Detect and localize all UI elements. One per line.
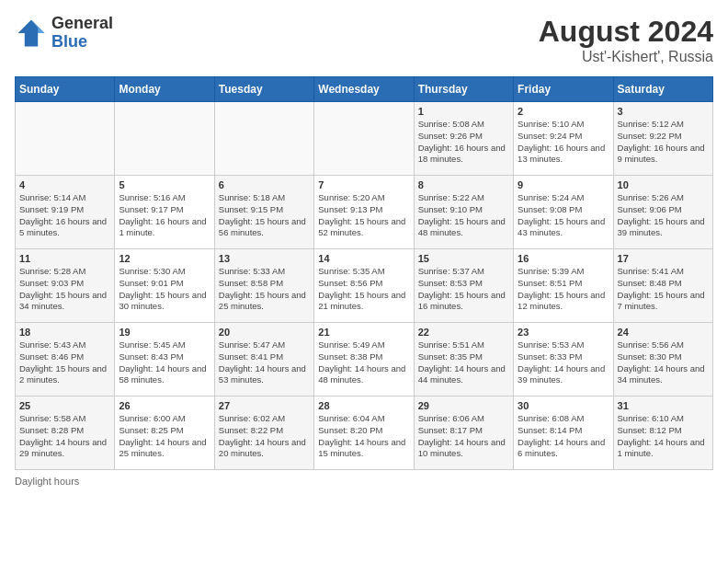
logo-text: General Blue [51, 15, 113, 52]
day-info: Sunrise: 5:08 AM Sunset: 9:26 PM Dayligh… [418, 119, 509, 166]
calendar-cell: 8Sunrise: 5:22 AM Sunset: 9:10 PM Daylig… [414, 176, 513, 249]
calendar-cell: 23Sunrise: 5:53 AM Sunset: 8:33 PM Dayli… [514, 323, 613, 396]
day-info: Sunrise: 5:43 AM Sunset: 8:46 PM Dayligh… [19, 339, 110, 386]
day-info: Sunrise: 5:22 AM Sunset: 9:10 PM Dayligh… [418, 192, 509, 239]
calendar-cell: 14Sunrise: 5:35 AM Sunset: 8:56 PM Dayli… [314, 249, 414, 323]
day-info: Sunrise: 5:47 AM Sunset: 8:41 PM Dayligh… [219, 339, 310, 386]
day-number: 16 [518, 253, 609, 264]
logo-blue: Blue [51, 33, 113, 52]
day-number: 26 [119, 400, 210, 411]
day-number: 11 [19, 253, 110, 264]
calendar-cell: 19Sunrise: 5:45 AM Sunset: 8:43 PM Dayli… [115, 323, 214, 396]
logo: General Blue [15, 15, 113, 52]
day-info: Sunrise: 5:12 AM Sunset: 9:22 PM Dayligh… [618, 119, 709, 166]
weekday-header-tuesday: Tuesday [214, 77, 313, 102]
calendar-cell: 11Sunrise: 5:28 AM Sunset: 9:03 PM Dayli… [16, 249, 115, 323]
day-number: 17 [618, 253, 709, 264]
day-number: 14 [318, 253, 409, 264]
day-number: 27 [219, 400, 310, 411]
calendar-cell: 9Sunrise: 5:24 AM Sunset: 9:08 PM Daylig… [514, 176, 613, 249]
day-info: Sunrise: 6:00 AM Sunset: 8:25 PM Dayligh… [119, 413, 210, 460]
calendar-cell: 3Sunrise: 5:12 AM Sunset: 9:22 PM Daylig… [613, 102, 712, 176]
day-number: 29 [418, 400, 509, 411]
day-number: 19 [119, 327, 210, 338]
day-number: 1 [418, 106, 509, 117]
calendar-cell: 17Sunrise: 5:41 AM Sunset: 8:48 PM Dayli… [613, 249, 712, 323]
calendar-cell: 6Sunrise: 5:18 AM Sunset: 9:15 PM Daylig… [214, 176, 313, 249]
calendar-cell: 5Sunrise: 5:16 AM Sunset: 9:17 PM Daylig… [115, 176, 214, 249]
day-info: Sunrise: 5:10 AM Sunset: 9:24 PM Dayligh… [518, 119, 609, 166]
calendar-cell: 18Sunrise: 5:43 AM Sunset: 8:46 PM Dayli… [16, 323, 115, 396]
day-number: 22 [418, 327, 509, 338]
page-header: General Blue August 2024 Ust'-Kishert', … [15, 15, 713, 65]
weekday-header-row: SundayMondayTuesdayWednesdayThursdayFrid… [16, 77, 713, 102]
weekday-header-saturday: Saturday [613, 77, 712, 102]
calendar-week-4: 18Sunrise: 5:43 AM Sunset: 8:46 PM Dayli… [16, 323, 713, 396]
day-number: 3 [618, 106, 709, 117]
day-info: Sunrise: 5:18 AM Sunset: 9:15 PM Dayligh… [219, 192, 310, 239]
weekday-header-friday: Friday [514, 77, 613, 102]
calendar-week-2: 4Sunrise: 5:14 AM Sunset: 9:19 PM Daylig… [16, 176, 713, 249]
calendar-cell: 28Sunrise: 6:04 AM Sunset: 8:20 PM Dayli… [314, 396, 414, 470]
calendar-cell: 16Sunrise: 5:39 AM Sunset: 8:51 PM Dayli… [514, 249, 613, 323]
day-info: Sunrise: 5:58 AM Sunset: 8:28 PM Dayligh… [19, 413, 110, 460]
weekday-header-sunday: Sunday [16, 77, 115, 102]
day-number: 31 [618, 400, 709, 411]
day-number: 21 [318, 327, 409, 338]
weekday-header-monday: Monday [115, 77, 214, 102]
weekday-header-thursday: Thursday [414, 77, 513, 102]
title-block: August 2024 Ust'-Kishert', Russia [539, 15, 713, 65]
day-info: Sunrise: 5:53 AM Sunset: 8:33 PM Dayligh… [518, 339, 609, 386]
day-info: Sunrise: 5:45 AM Sunset: 8:43 PM Dayligh… [119, 339, 210, 386]
day-info: Sunrise: 5:41 AM Sunset: 8:48 PM Dayligh… [618, 266, 709, 313]
calendar-cell: 29Sunrise: 6:06 AM Sunset: 8:17 PM Dayli… [414, 396, 513, 470]
day-info: Sunrise: 5:37 AM Sunset: 8:53 PM Dayligh… [418, 266, 509, 313]
calendar-week-1: 1Sunrise: 5:08 AM Sunset: 9:26 PM Daylig… [16, 102, 713, 176]
day-number: 28 [318, 400, 409, 411]
day-info: Sunrise: 5:16 AM Sunset: 9:17 PM Dayligh… [119, 192, 210, 239]
day-info: Sunrise: 6:10 AM Sunset: 8:12 PM Dayligh… [618, 413, 709, 460]
day-number: 20 [219, 327, 310, 338]
calendar-cell: 30Sunrise: 6:08 AM Sunset: 8:14 PM Dayli… [514, 396, 613, 470]
day-number: 23 [518, 327, 609, 338]
calendar-week-5: 25Sunrise: 5:58 AM Sunset: 8:28 PM Dayli… [16, 396, 713, 470]
calendar-cell [16, 102, 115, 176]
calendar-cell: 1Sunrise: 5:08 AM Sunset: 9:26 PM Daylig… [414, 102, 513, 176]
day-number: 13 [219, 253, 310, 264]
calendar-cell: 10Sunrise: 5:26 AM Sunset: 9:06 PM Dayli… [613, 176, 712, 249]
day-number: 24 [618, 327, 709, 338]
calendar-week-3: 11Sunrise: 5:28 AM Sunset: 9:03 PM Dayli… [16, 249, 713, 323]
location: Ust'-Kishert', Russia [539, 49, 713, 65]
day-info: Sunrise: 5:20 AM Sunset: 9:13 PM Dayligh… [318, 192, 409, 239]
day-info: Sunrise: 5:26 AM Sunset: 9:06 PM Dayligh… [618, 192, 709, 239]
calendar-cell [314, 102, 414, 176]
day-number: 25 [19, 400, 110, 411]
day-number: 6 [219, 179, 310, 190]
day-info: Sunrise: 5:51 AM Sunset: 8:35 PM Dayligh… [418, 339, 509, 386]
calendar-cell: 2Sunrise: 5:10 AM Sunset: 9:24 PM Daylig… [514, 102, 613, 176]
day-number: 2 [518, 106, 609, 117]
day-info: Sunrise: 5:14 AM Sunset: 9:19 PM Dayligh… [19, 192, 110, 239]
calendar-table: SundayMondayTuesdayWednesdayThursdayFrid… [15, 76, 713, 470]
calendar-cell: 24Sunrise: 5:56 AM Sunset: 8:30 PM Dayli… [613, 323, 712, 396]
calendar-cell: 13Sunrise: 5:33 AM Sunset: 8:58 PM Dayli… [214, 249, 313, 323]
day-number: 12 [119, 253, 210, 264]
calendar-cell: 12Sunrise: 5:30 AM Sunset: 9:01 PM Dayli… [115, 249, 214, 323]
calendar-cell: 31Sunrise: 6:10 AM Sunset: 8:12 PM Dayli… [613, 396, 712, 470]
footer-label: Daylight hours [15, 476, 713, 487]
logo-icon [15, 17, 48, 50]
day-number: 15 [418, 253, 509, 264]
calendar-cell [214, 102, 313, 176]
day-info: Sunrise: 5:30 AM Sunset: 9:01 PM Dayligh… [119, 266, 210, 313]
calendar-cell [115, 102, 214, 176]
day-number: 5 [119, 179, 210, 190]
day-number: 30 [518, 400, 609, 411]
calendar-cell: 27Sunrise: 6:02 AM Sunset: 8:22 PM Dayli… [214, 396, 313, 470]
day-info: Sunrise: 5:49 AM Sunset: 8:38 PM Dayligh… [318, 339, 409, 386]
calendar-cell: 7Sunrise: 5:20 AM Sunset: 9:13 PM Daylig… [314, 176, 414, 249]
day-info: Sunrise: 6:02 AM Sunset: 8:22 PM Dayligh… [219, 413, 310, 460]
logo-general: General [51, 15, 113, 33]
calendar-cell: 4Sunrise: 5:14 AM Sunset: 9:19 PM Daylig… [16, 176, 115, 249]
day-number: 7 [318, 179, 409, 190]
day-info: Sunrise: 5:24 AM Sunset: 9:08 PM Dayligh… [518, 192, 609, 239]
